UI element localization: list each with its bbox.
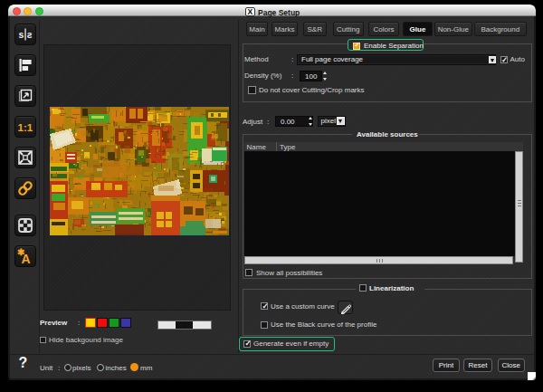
svg-text:s: s	[19, 29, 24, 40]
svg-text:✱: ✱	[17, 247, 25, 257]
svg-text:1:1: 1:1	[18, 122, 33, 133]
svg-text:s: s	[27, 29, 33, 40]
